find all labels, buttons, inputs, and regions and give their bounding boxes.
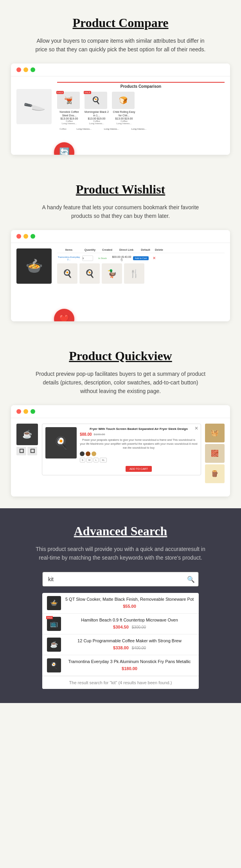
compare-product-img-3: 🍞 bbox=[112, 92, 135, 109]
compare-table-header: Products Comparison bbox=[57, 84, 225, 89]
sr-price-new-3: $338.00 bbox=[113, 645, 129, 650]
sr-pricing-4: $180.00 bbox=[65, 665, 194, 672]
compare-product-name-1: Nonstick Coffee Steel Dou... bbox=[57, 110, 81, 117]
wishlist-browser-content: 🍲 Items Quantity Created Direct Link Def… bbox=[11, 243, 230, 321]
compare-product-long-2: Long Interes... bbox=[85, 122, 109, 125]
compare-product-name-3: Child Rolling Easy for Chil... bbox=[112, 110, 136, 117]
quickview-description: Product preview pop-up facilitates buyer… bbox=[34, 370, 207, 396]
sr-name-2: Hamilton Beach 0.9 ft Countertop Microwa… bbox=[65, 618, 194, 622]
compare-product-price-2: $13.00 $19.00 bbox=[85, 117, 109, 120]
pot-icon: 🍲 bbox=[25, 258, 43, 274]
qv-size-l[interactable]: L bbox=[94, 458, 99, 462]
wl-img-2: 🍳 bbox=[79, 263, 100, 284]
dot-green-quickview bbox=[31, 409, 35, 414]
qv-right-panel: 🧺 🧱 🪵 bbox=[205, 424, 225, 483]
search-box-container: 🔍 bbox=[42, 572, 199, 587]
compare-product-name-2: Morningstar Black 2 in 1... bbox=[85, 110, 109, 117]
compare-product-price-3: $13.00 $19.00 bbox=[112, 117, 136, 120]
search-input[interactable] bbox=[42, 572, 199, 587]
qv-size-m[interactable]: M bbox=[86, 458, 92, 462]
compare-attr-row-1: Coffee Long Interes... Long Interes... L… bbox=[57, 128, 225, 130]
compare-products-row: SALE 🫕 Nonstick Coffee Steel Dou... $13.… bbox=[57, 92, 225, 125]
qv-add-to-cart-button[interactable]: ADD TO CART bbox=[126, 466, 152, 472]
compare-attr-val-3: Long Interes... bbox=[127, 128, 151, 130]
qv-close-button[interactable]: ✕ bbox=[194, 426, 198, 431]
search-result-1[interactable]: 🍲 5 QT Slow Cooker, Matte Black Finish, … bbox=[42, 593, 199, 614]
sr-name-3: 12 Cup Programmable Coffee Maker with St… bbox=[65, 638, 194, 643]
sr-img-3: ☕ bbox=[47, 638, 61, 652]
wishlist-header-row: Items Quantity Created Direct Link Defau… bbox=[57, 248, 225, 253]
sr-info-4: Tramontina Everyday 3 Pk Aluminum Nonsti… bbox=[65, 659, 194, 672]
dot-red-compare bbox=[16, 67, 21, 72]
dot-green-wishlist bbox=[31, 234, 35, 239]
compare-product-3: 🍞 Child Rolling Easy for Chil... $13.00 … bbox=[112, 92, 136, 125]
sr-price-new-2: $304.50 bbox=[113, 625, 129, 629]
search-title: Advanced Search bbox=[8, 524, 233, 538]
search-result-2[interactable]: SALE 📺 Hamilton Beach 0.9 ft Countertop … bbox=[42, 614, 199, 634]
compare-left-product: 🔪 bbox=[16, 89, 52, 124]
wh-col-price: Direct Link bbox=[117, 248, 136, 251]
wl-img-3: 🦆 bbox=[102, 263, 122, 284]
compare-product-price-1: $13.00 $19.00 bbox=[57, 117, 81, 120]
qv-popup-inner: 🍳 Fryer With Touch Screen Basket Separat… bbox=[45, 427, 198, 472]
wl-img-4: 🍴 bbox=[124, 263, 144, 284]
compare-swap-icon: 🔄 bbox=[59, 147, 70, 155]
qv-price-old: $100.00 bbox=[94, 433, 105, 436]
sr-price-new-1: $55.00 bbox=[123, 604, 136, 609]
wishlist-qty-input-1[interactable] bbox=[82, 256, 93, 261]
sr-price-old-2: $300.00 bbox=[132, 625, 146, 629]
sr-info-1: 5 QT Slow Cooker, Matte Black Finish, Re… bbox=[65, 597, 194, 609]
search-result-3[interactable]: ☕ 12 Cup Programmable Coffee Maker with … bbox=[42, 634, 199, 655]
qv-size-s[interactable]: S bbox=[80, 458, 85, 462]
wishlist-section: Product Wishlist A handy feature that le… bbox=[0, 167, 241, 333]
dot-red-quickview bbox=[16, 409, 21, 414]
qv-right-img-1: 🧺 bbox=[205, 424, 225, 442]
knife-icon: 🔪 bbox=[22, 95, 46, 118]
qv-popup: ✕ 🍳 Fryer With Touch Screen Basket Separ… bbox=[42, 424, 201, 475]
qv-popup-details: Fryer With Touch Screen Basket Separated… bbox=[80, 427, 198, 472]
dot-yellow-quickview bbox=[23, 409, 28, 414]
compare-attr-val-1: Long Interes... bbox=[72, 128, 96, 130]
compare-badge-2: SALE bbox=[84, 91, 91, 94]
compare-red-bar bbox=[57, 82, 225, 83]
compare-attribute-rows: Coffee Long Interes... Long Interes... L… bbox=[57, 128, 225, 130]
qv-price-new: $88.00 bbox=[80, 432, 92, 437]
wishlist-delete-btn-1[interactable]: ✕ bbox=[150, 256, 158, 260]
sr-badge-2: SALE bbox=[46, 616, 53, 619]
search-footer: The result search for "kit" (4 results h… bbox=[42, 676, 199, 689]
sr-pricing-3: $338.00 $400.00 bbox=[65, 644, 194, 651]
compare-attr-val-2: Long Interes... bbox=[99, 128, 124, 130]
search-submit-button[interactable]: 🔍 bbox=[187, 575, 195, 583]
sr-img-4: 🍳 bbox=[47, 658, 61, 672]
sr-info-3: 12 Cup Programmable Coffee Maker with St… bbox=[65, 638, 194, 651]
sr-info-2: Hamilton Beach 0.9 ft Countertop Microwa… bbox=[65, 618, 194, 630]
wishlist-browser-mockup: 🍲 Items Quantity Created Direct Link Def… bbox=[11, 230, 230, 321]
qv-swatch-dark[interactable] bbox=[80, 451, 85, 456]
wishlist-item-name-1: Tramontina Everyday 2... bbox=[57, 256, 81, 261]
qv-right-img-2: 🧱 bbox=[205, 444, 225, 463]
dot-red-wishlist bbox=[16, 234, 21, 239]
compare-center: Products Comparison SALE 🫕 Nonstick Coff… bbox=[57, 82, 225, 131]
sr-img-1: 🍲 bbox=[47, 596, 61, 610]
compare-product-img-2: SALE 🍳 bbox=[85, 92, 107, 109]
qv-swatch-brown[interactable] bbox=[86, 451, 90, 456]
qv-swatch-gold[interactable] bbox=[92, 451, 96, 456]
search-icon: 🔍 bbox=[187, 576, 195, 582]
search-section: Advanced Search This product search will… bbox=[0, 508, 241, 703]
compare-description: Allow your buyers to compare items with … bbox=[34, 36, 207, 54]
wishlist-title: Product Wishlist bbox=[8, 182, 233, 197]
compare-product-long-3: Long Interes... bbox=[112, 122, 136, 125]
compare-icon-button[interactable]: 🔄 bbox=[54, 142, 74, 155]
qv-thumb-2[interactable]: 🔲 bbox=[27, 447, 37, 455]
search-results-list: 🍲 5 QT Slow Cooker, Matte Black Finish, … bbox=[42, 593, 199, 689]
wh-col-delete: Delete bbox=[155, 248, 163, 251]
qv-size-xl[interactable]: XL bbox=[100, 458, 106, 462]
quickview-browser-content: ☕ 🔲 🔲 ✕ 🍳 Fryer With Touch Screen Basket… bbox=[11, 418, 230, 497]
search-result-4[interactable]: 🍳 Tramontina Everyday 3 Pk Aluminum Nons… bbox=[42, 655, 199, 676]
qv-right-img-3: 🪵 bbox=[205, 464, 225, 483]
wishlist-icon-button[interactable]: ❤️ bbox=[54, 309, 74, 321]
compare-mockup: 🔪 Products Comparison SALE 🫕 Nonstick Co… bbox=[16, 82, 225, 131]
qv-thumb-1[interactable]: 🔲 bbox=[16, 447, 26, 455]
browser-bar-compare bbox=[11, 63, 230, 76]
wishlist-add-cart-btn-1[interactable]: Add to Cart bbox=[133, 256, 149, 260]
